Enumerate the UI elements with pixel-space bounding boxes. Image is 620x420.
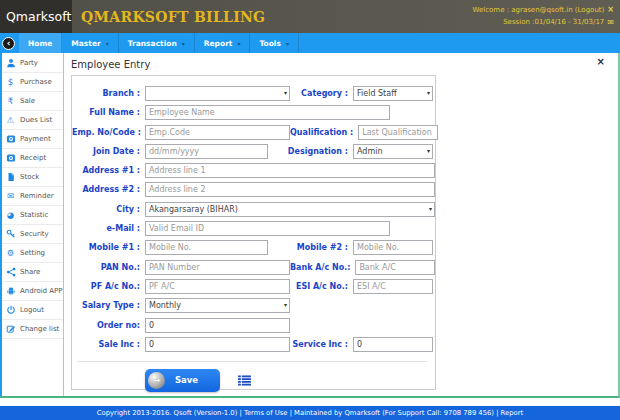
branch-select-label: Branch :	[72, 89, 145, 98]
sidebar-item-stock[interactable]: Stock	[2, 168, 63, 187]
full-name-input-label: Full Name :	[72, 108, 145, 117]
content-area: Employee Entry × Branch :▾Category :Fiel…	[64, 53, 618, 396]
nav-item-home[interactable]: Home	[19, 33, 62, 53]
sidebar-item-security[interactable]: Security	[2, 225, 63, 244]
branch-select-wrap: ▾	[145, 86, 290, 101]
sidebar-item-payment[interactable]: Payment	[2, 130, 63, 149]
mail-envelope-icon[interactable]: ✉	[607, 17, 614, 30]
address-2-input[interactable]	[145, 182, 435, 197]
designation-select-wrap: Admin▾	[353, 144, 433, 159]
session-text: Session :01/04/16 - 31/03/17	[503, 17, 604, 28]
form-row: Address #2 :	[72, 182, 433, 197]
sidebar-item-label: Logout	[20, 306, 44, 314]
sidebar-item-statistic[interactable]: ◕Statistic	[2, 206, 63, 225]
sidebar-item-label: Stock	[20, 173, 39, 181]
mobile-2-input[interactable]	[353, 240, 433, 255]
sidebar-item-purchase[interactable]: $Purchase	[2, 73, 63, 92]
sidebar-item-change-list[interactable]: Change list	[2, 320, 63, 339]
form-row: Salary Type :Monthly▾	[72, 298, 433, 313]
statistic-icon: ◕	[5, 211, 16, 220]
form-row: PAN No.:Bank A/c No.:	[72, 260, 433, 275]
nav-item-tools[interactable]: Tools▾	[250, 33, 298, 53]
full-name-input[interactable]	[145, 105, 390, 120]
main-nav: ‹ HomeMaster▾Transaction▾Report▾Tools▾	[0, 33, 620, 53]
sale-inc-input-label: Sale Inc :	[72, 340, 145, 349]
sidebar-item-label: Statistic	[20, 211, 48, 219]
salary-type-select-label: Salary Type :	[72, 301, 145, 310]
sidebar-item-label: Share	[20, 268, 40, 276]
email-input[interactable]	[145, 221, 390, 236]
sale-icon: ₹	[5, 97, 16, 106]
pf-ac-no-input[interactable]	[145, 279, 290, 294]
sidebar-item-sale[interactable]: ₹Sale	[2, 92, 63, 111]
welcome-text[interactable]: Welcome : agrasen@qsoft.in (Logout)	[472, 5, 604, 16]
receipt-icon	[5, 153, 16, 163]
list-view-button[interactable]	[238, 375, 251, 386]
sidebar-item-share[interactable]: Share	[2, 263, 63, 282]
designation-select[interactable]: Admin	[353, 144, 433, 159]
form-row: PF A/c No.:ESI A/c No.:	[72, 279, 433, 294]
service-inc-input[interactable]	[353, 337, 433, 352]
address-1-input[interactable]	[145, 163, 435, 178]
setting-icon: ⚙	[5, 249, 16, 258]
stock-icon	[5, 172, 16, 182]
category-select-wrap: Field Staff▾	[353, 86, 433, 101]
form-row: e-Mail :	[72, 221, 433, 236]
app-logo: Qmarksoft	[0, 0, 72, 33]
sidebar-item-receipt[interactable]: Receipt	[2, 149, 63, 168]
salary-type-select[interactable]: Monthly	[145, 298, 290, 313]
nav-item-label: Transaction	[128, 39, 177, 48]
order-no-input[interactable]	[145, 318, 290, 333]
sidebar-item-logout[interactable]: Logout	[2, 301, 63, 320]
mobile-1-input[interactable]	[145, 240, 268, 255]
pf-ac-no-input-label: PF A/c No.:	[72, 282, 145, 291]
form-row: Emp. No/Code :Qualification :	[72, 125, 433, 140]
collapse-left-icon[interactable]: ‹	[2, 37, 15, 50]
city-select-label: City :	[72, 205, 145, 214]
nav-item-master[interactable]: Master▾	[62, 33, 118, 53]
share-icon	[5, 267, 16, 277]
sidebar-item-party[interactable]: Party	[2, 54, 63, 73]
sale-inc-input[interactable]	[145, 337, 290, 352]
nav-item-transaction[interactable]: Transaction▾	[119, 33, 195, 53]
list-icon	[238, 374, 251, 389]
form-row: Order no:	[72, 318, 433, 333]
email-input-label: e-Mail :	[72, 224, 145, 233]
category-select[interactable]: Field Staff	[353, 86, 433, 101]
order-no-input-label: Order no:	[72, 321, 145, 330]
sidebar-item-label: Android APP	[20, 287, 63, 295]
join-date-input[interactable]	[145, 144, 268, 159]
emp-no-code-input-label: Emp. No/Code :	[72, 128, 145, 137]
sidebar-item-setting[interactable]: ⚙Setting	[2, 244, 63, 263]
sidebar-item-label: Security	[20, 230, 49, 238]
payment-icon	[5, 134, 16, 144]
sidebar-item-label: Reminder	[20, 192, 54, 200]
emp-no-code-input[interactable]	[145, 125, 290, 140]
sidebar-item-android-app[interactable]: Android APP↗	[2, 282, 63, 301]
close-session-icon[interactable]: ×	[607, 4, 614, 17]
form-row: City :Akangarsaray (BIHAR)▾	[72, 202, 433, 217]
main-area: Party$Purchase₹Sale⚠Dues ListPaymentRece…	[0, 53, 620, 398]
nav-item-report[interactable]: Report▾	[195, 33, 251, 53]
form-row: Join Date :Designation :Admin▾	[72, 144, 433, 159]
esi-ac-no-input-label: ESI A/c No.:	[290, 282, 353, 291]
sidebar-item-dues-list[interactable]: ⚠Dues List	[2, 111, 63, 130]
android-icon	[5, 286, 16, 296]
close-icon[interactable]: ×	[597, 57, 605, 67]
category-select-label: Category :	[290, 89, 353, 98]
qualification-input[interactable]	[358, 125, 438, 140]
sidebar-item-label: Sale	[20, 97, 35, 105]
city-select[interactable]: Akangarsaray (BIHAR)	[145, 202, 435, 217]
purchase-icon: $	[5, 78, 16, 87]
address-1-input-label: Address #1 :	[72, 166, 145, 175]
branch-select[interactable]	[145, 86, 290, 101]
mobile-1-input-label: Mobile #1 :	[72, 243, 145, 252]
bank-ac-no-input[interactable]	[355, 260, 435, 275]
app-header: Qmarksoft QMARKSOFT BILLING Welcome : ag…	[0, 0, 620, 33]
address-2-input-label: Address #2 :	[72, 185, 145, 194]
sidebar-item-reminder[interactable]: ✉Reminder	[2, 187, 63, 206]
pan-no-input[interactable]	[145, 260, 290, 275]
esi-ac-no-input[interactable]	[353, 279, 433, 294]
save-button[interactable]: → Save	[145, 369, 220, 392]
sidebar: Party$Purchase₹Sale⚠Dues ListPaymentRece…	[0, 53, 64, 396]
